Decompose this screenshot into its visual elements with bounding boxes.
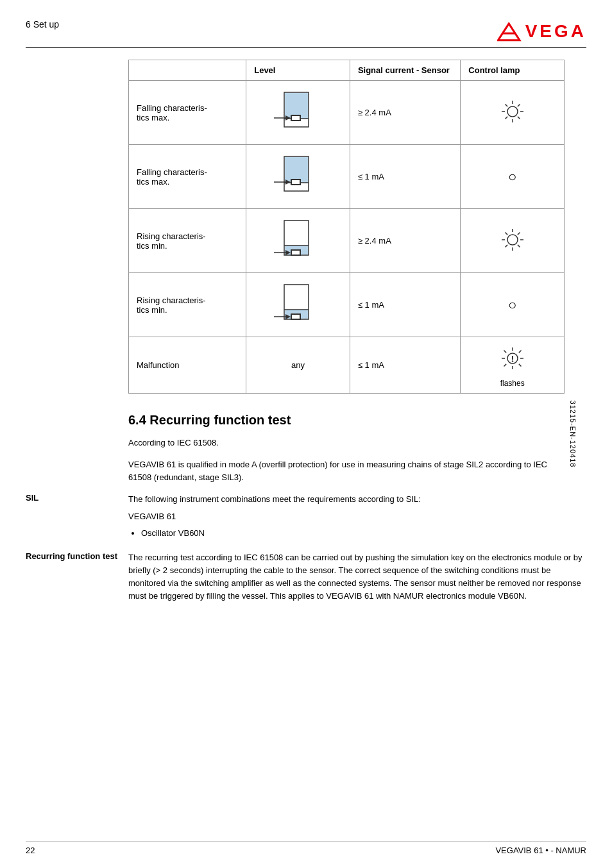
level-cell: [246, 81, 350, 145]
page-container: 6 Set up VEGA Level Signal current - Sen…: [0, 0, 612, 868]
sun-lamp-icon2: [497, 224, 529, 256]
characteristics-table: Level Signal current - Sensor Control la…: [128, 60, 565, 394]
svg-line-39: [518, 233, 520, 235]
circle-lamp-icon: ○: [508, 169, 516, 185]
recurring-block: Recurring function test The recurring te…: [26, 551, 586, 603]
row-label: Malfunction: [129, 337, 246, 394]
svg-rect-31: [292, 251, 300, 255]
svg-rect-8: [292, 116, 300, 120]
section-para2: VEGAVIB 61 is qualified in mode A (overf…: [128, 458, 561, 484]
footer-page-number: 22: [26, 846, 35, 855]
svg-line-15: [518, 117, 520, 119]
sil-content: The following instrument combinations me…: [128, 493, 586, 542]
svg-line-14: [505, 104, 507, 107]
table-row: Rising characteris-tics min. ≤ 1 mA ○: [129, 273, 565, 337]
lamp-cell: ○: [461, 273, 565, 337]
svg-line-16: [518, 104, 520, 107]
svg-rect-24: [292, 180, 300, 184]
tank-svg-low2: [273, 278, 324, 330]
svg-marker-0: [498, 24, 519, 40]
level-any-cell: any: [246, 337, 350, 394]
lamp-flash-cell: flashes: [461, 337, 565, 394]
signal-cell: ≤ 1 mA: [350, 145, 460, 209]
row-label: Falling characteris-tics max.: [129, 81, 246, 145]
col-header-lamp: Control lamp: [461, 60, 565, 81]
section-title: 6 Set up: [26, 19, 59, 29]
level-cell: [246, 209, 350, 273]
sil-para: The following instrument combinations me…: [128, 493, 586, 506]
row-label: Falling characteris-tics max.: [129, 145, 246, 209]
side-doc-text: 31215-EN-120418: [570, 401, 577, 468]
recurring-content: The recurring test according to IEC 6150…: [128, 551, 586, 603]
svg-line-37: [505, 233, 507, 235]
vega-logo-text: VEGA: [525, 21, 586, 42]
section-64-heading: 6.4 Recurring function test: [128, 413, 586, 428]
col-header-signal: Signal current - Sensor: [350, 60, 460, 81]
sun-svg2: [497, 224, 529, 256]
svg-line-53: [504, 351, 506, 353]
col-header-label: [129, 60, 246, 81]
lamp-cell: ○: [461, 145, 565, 209]
svg-line-55: [519, 351, 522, 353]
flash-svg: [493, 342, 532, 378]
sil-block: SIL The following instrument combination…: [26, 493, 586, 542]
page-footer: 22 VEGAVIB 61 • - NAMUR: [26, 841, 586, 855]
vegavib-line: VEGAVIB 61: [128, 510, 586, 523]
col-header-level: Level: [246, 60, 350, 81]
svg-line-54: [519, 364, 522, 367]
lamp-cell: [461, 209, 565, 273]
table-row: Rising characteris-tics min. ≥ 2.4: [129, 209, 565, 273]
vega-logo: VEGA: [497, 19, 586, 44]
svg-point-58: [511, 360, 513, 362]
table-header-row: Level Signal current - Sensor Control la…: [129, 60, 565, 81]
level-cell: [246, 145, 350, 209]
table-row: Falling characteris-tics max. ≤ 1 mA ○: [129, 145, 565, 209]
tank-svg-high: [273, 86, 324, 137]
tank-svg-low: [273, 214, 324, 265]
signal-cell: ≤ 1 mA: [350, 337, 460, 394]
svg-point-9: [507, 106, 518, 117]
lamp-cell: [461, 81, 565, 145]
row-label: Rising characteris-tics min.: [129, 209, 246, 273]
svg-line-38: [518, 245, 520, 247]
recurring-label: Recurring function test: [26, 551, 128, 603]
tank-svg-high2: [273, 150, 324, 201]
level-cell: [246, 273, 350, 337]
table-row: Falling characteris-tics max.: [129, 81, 565, 145]
svg-line-17: [505, 117, 507, 119]
section-64-content: According to IEC 61508. VEGAVIB 61 is qu…: [128, 437, 561, 484]
section-para1: According to IEC 61508.: [128, 437, 561, 449]
svg-line-56: [504, 364, 506, 367]
sun-lamp-icon: [497, 96, 529, 128]
svg-line-40: [505, 245, 507, 247]
sil-label: SIL: [26, 493, 128, 542]
list-item: Oscillator VB60N: [141, 527, 586, 540]
row-label: Rising characteris-tics min.: [129, 273, 246, 337]
signal-cell: ≥ 2.4 mA: [350, 209, 460, 273]
sil-items-list: Oscillator VB60N: [141, 527, 586, 540]
svg-point-32: [507, 235, 518, 245]
recurring-para: The recurring test according to IEC 6150…: [128, 551, 586, 603]
footer-product-name: VEGAVIB 61 • - NAMUR: [495, 846, 586, 855]
vega-logo-icon: [497, 19, 522, 44]
circle-lamp-icon2: ○: [508, 297, 516, 313]
signal-cell: ≤ 1 mA: [350, 273, 460, 337]
flash-lamp-icon: flashes: [468, 342, 556, 388]
flash-label-text: flashes: [500, 379, 525, 388]
page-header: 6 Set up VEGA: [26, 19, 586, 48]
svg-rect-47: [292, 315, 300, 319]
table-row: Malfunction any ≤ 1 mA: [129, 337, 565, 394]
section-64: 6.4 Recurring function test According to…: [26, 413, 586, 603]
sun-svg: [497, 96, 529, 128]
signal-cell: ≥ 2.4 mA: [350, 81, 460, 145]
